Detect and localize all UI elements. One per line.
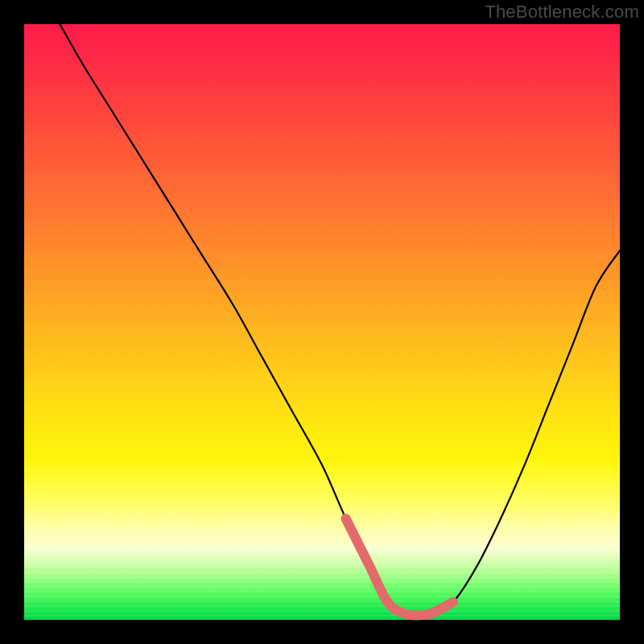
- chart-frame: TheBottleneck.com: [0, 0, 644, 644]
- optimal-range-highlight: [346, 518, 453, 615]
- watermark-text: TheBottleneck.com: [485, 2, 639, 23]
- chart-svg: [24, 24, 620, 620]
- bottleneck-curve: [60, 24, 620, 615]
